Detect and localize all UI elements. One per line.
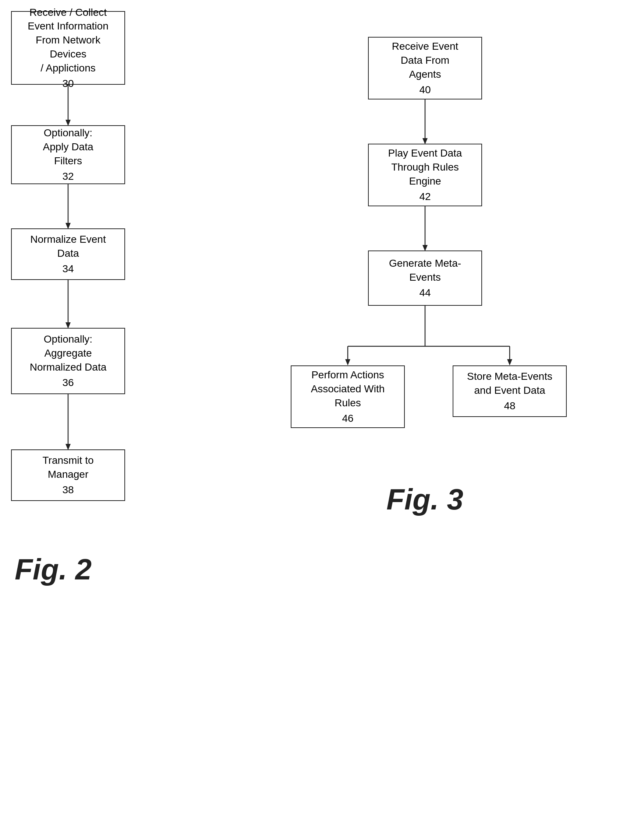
box-30-number: 30 bbox=[62, 76, 74, 91]
box-48-text: Store Meta-Eventsand Event Data bbox=[467, 370, 552, 398]
box-32-number: 32 bbox=[62, 170, 74, 183]
svg-marker-18 bbox=[507, 359, 512, 365]
box-34-number: 34 bbox=[62, 262, 74, 276]
box-46-text: Perform ActionsAssociated WithRules bbox=[311, 368, 385, 410]
fig2-label: Fig. 2 bbox=[15, 552, 92, 587]
box-48-number: 48 bbox=[504, 399, 515, 413]
box-36-text: Optionally:AggregateNormalized Data bbox=[30, 332, 107, 374]
box-44-number: 44 bbox=[419, 286, 431, 300]
box-48: Store Meta-Eventsand Event Data 48 bbox=[453, 365, 567, 417]
box-46: Perform ActionsAssociated WithRules 46 bbox=[291, 365, 405, 428]
box-42: Play Event DataThrough RulesEngine 42 bbox=[368, 144, 482, 206]
box-42-number: 42 bbox=[419, 190, 431, 204]
box-34-text: Normalize EventData bbox=[30, 232, 106, 261]
box-30-text: Receive / CollectEvent InformationFrom N… bbox=[17, 6, 119, 75]
box-38-text: Transmit toManager bbox=[43, 454, 94, 481]
box-32-text: Optionally:Apply DataFilters bbox=[43, 126, 93, 168]
box-30: Receive / CollectEvent InformationFrom N… bbox=[11, 11, 125, 85]
box-40-text: Receive EventData FromAgents bbox=[392, 39, 459, 81]
box-38: Transmit toManager 38 bbox=[11, 449, 125, 501]
box-44: Generate Meta-Events 44 bbox=[368, 251, 482, 306]
box-40: Receive EventData FromAgents 40 bbox=[368, 37, 482, 100]
box-42-text: Play Event DataThrough RulesEngine bbox=[388, 146, 462, 188]
box-40-number: 40 bbox=[419, 83, 431, 97]
box-36: Optionally:AggregateNormalized Data 36 bbox=[11, 328, 125, 394]
fig3-label: Fig. 3 bbox=[386, 482, 463, 516]
box-38-number: 38 bbox=[62, 483, 74, 497]
box-32: Optionally:Apply DataFilters 32 bbox=[11, 125, 125, 184]
box-34: Normalize EventData 34 bbox=[11, 228, 125, 280]
svg-marker-15 bbox=[345, 359, 350, 365]
page: Receive / CollectEvent InformationFrom N… bbox=[0, 0, 644, 827]
box-46-number: 46 bbox=[342, 412, 353, 426]
box-36-number: 36 bbox=[62, 376, 74, 390]
box-44-text: Generate Meta-Events bbox=[389, 256, 461, 284]
